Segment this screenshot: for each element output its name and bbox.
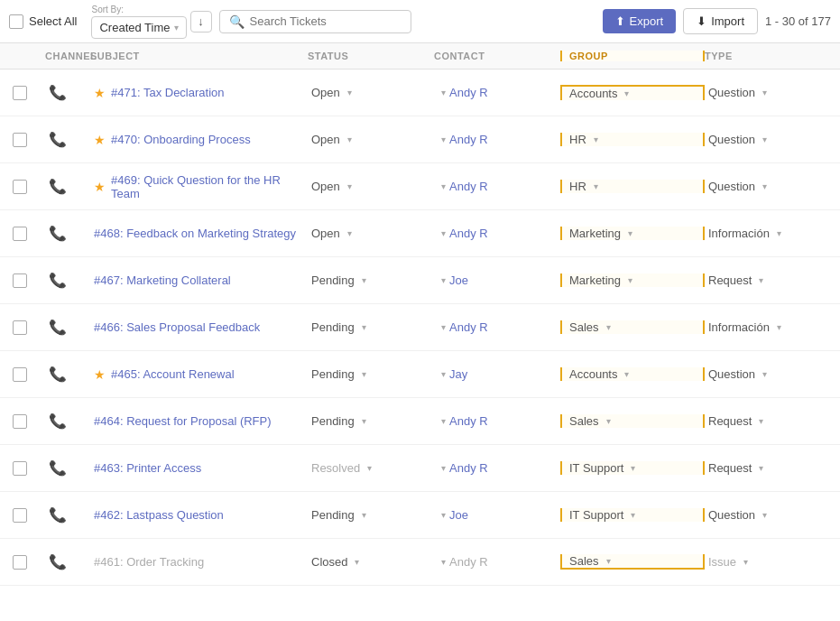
contact-dropdown-arrow[interactable]: ▾ (441, 275, 446, 285)
group-dropdown-arrow[interactable]: ▾ (628, 275, 632, 285)
contact-dropdown-arrow[interactable]: ▾ (441, 228, 446, 238)
star-icon[interactable]: ★ (94, 86, 106, 100)
contact-link[interactable]: Andy R (449, 461, 488, 475)
contact-dropdown-arrow[interactable]: ▾ (441, 88, 446, 97)
table-header: CHANNEL SUBJECT STATUS CONTACT GROUP TYP… (0, 43, 840, 70)
status-dropdown-arrow[interactable]: ▾ (355, 557, 359, 567)
contact-link[interactable]: Jay (449, 367, 467, 381)
type-dropdown-arrow[interactable]: ▾ (759, 416, 763, 426)
ticket-link[interactable]: #466: Sales Proposal Feedback (94, 320, 260, 334)
group-dropdown-arrow[interactable]: ▾ (628, 228, 632, 238)
sort-option-label: Created Time (99, 21, 170, 34)
status-dropdown-arrow[interactable]: ▾ (367, 463, 372, 473)
group-dropdown-arrow[interactable]: ▾ (631, 510, 635, 520)
ticket-link[interactable]: #465: Account Renewal (111, 367, 235, 381)
contact-dropdown-arrow[interactable]: ▾ (441, 369, 446, 379)
type-dropdown-arrow[interactable]: ▾ (743, 557, 748, 567)
type-dropdown-arrow[interactable]: ▾ (777, 322, 781, 332)
status-dropdown-arrow[interactable]: ▾ (347, 181, 352, 191)
ticket-link[interactable]: #467: Marketing Collateral (94, 273, 231, 287)
status-dropdown-arrow[interactable]: ▾ (362, 322, 366, 332)
ticket-link[interactable]: #463: Printer Access (94, 461, 201, 475)
type-dropdown-arrow[interactable]: ▾ (762, 88, 767, 97)
row-checkbox[interactable] (13, 273, 27, 288)
status-dropdown-arrow[interactable]: ▾ (347, 134, 352, 144)
row-checkbox[interactable] (13, 320, 27, 335)
search-area[interactable]: 🔍 (219, 10, 411, 33)
contact-link[interactable]: Andy R (449, 227, 488, 240)
type-dropdown-arrow[interactable]: ▾ (762, 369, 767, 379)
status-dropdown-arrow[interactable]: ▾ (347, 228, 352, 238)
type-text: Question (708, 367, 755, 381)
import-button[interactable]: ⬇ Import (683, 8, 758, 34)
contact-link[interactable]: Joe (449, 508, 468, 522)
status-dropdown-arrow[interactable]: ▾ (347, 88, 352, 97)
row-checkbox[interactable] (13, 414, 27, 429)
contact-dropdown-arrow[interactable]: ▾ (441, 416, 446, 426)
group-dropdown-arrow[interactable]: ▾ (594, 134, 598, 144)
search-input[interactable] (250, 14, 402, 28)
star-icon[interactable]: ★ (94, 133, 106, 147)
contact-dropdown-arrow[interactable]: ▾ (441, 557, 446, 567)
group-dropdown-arrow[interactable]: ▾ (606, 556, 611, 566)
type-dropdown-arrow[interactable]: ▾ (762, 510, 767, 520)
type-dropdown-arrow[interactable]: ▾ (762, 181, 767, 191)
status-dropdown-arrow[interactable]: ▾ (362, 369, 366, 379)
header-status: STATUS (308, 51, 434, 61)
type-dropdown-arrow[interactable]: ▾ (777, 228, 781, 238)
group-dropdown-arrow[interactable]: ▾ (606, 416, 611, 426)
group-dropdown-arrow[interactable]: ▾ (606, 322, 611, 332)
select-all-area[interactable]: Select All (9, 14, 77, 29)
row-checkbox[interactable] (13, 227, 27, 241)
contact-link[interactable]: Andy R (449, 180, 488, 193)
status-dropdown-arrow[interactable]: ▾ (362, 275, 366, 285)
contact-link[interactable]: Andy R (449, 414, 488, 428)
contact-dropdown-arrow[interactable]: ▾ (441, 510, 446, 520)
contact-link[interactable]: Andy R (449, 86, 488, 99)
status-dropdown-arrow[interactable]: ▾ (362, 510, 366, 520)
header-channel: CHANNEL (45, 51, 90, 61)
row-checkbox[interactable] (13, 86, 27, 100)
ticket-link[interactable]: #462: Lastpass Question (94, 508, 224, 522)
ticket-link[interactable]: #469: Quick Question for the HR Team (111, 173, 304, 200)
group-text: Marketing (569, 227, 621, 240)
row-checkbox[interactable] (13, 180, 27, 194)
ticket-link[interactable]: #471: Tax Declaration (111, 86, 225, 99)
export-button[interactable]: ⬆ Export (603, 9, 677, 33)
contact-link[interactable]: Andy R (449, 555, 488, 569)
sort-select[interactable]: Created Time ▾ (91, 16, 186, 39)
contact-dropdown-arrow[interactable]: ▾ (441, 322, 446, 332)
group-dropdown-arrow[interactable]: ▾ (631, 463, 635, 473)
row-checkbox[interactable] (13, 133, 27, 147)
row-checkbox[interactable] (13, 461, 27, 476)
sort-desc-button[interactable]: ↓ (190, 11, 212, 32)
group-dropdown-arrow[interactable]: ▾ (624, 88, 629, 98)
ticket-link[interactable]: #464: Request for Proposal (RFP) (94, 414, 272, 428)
row-checkbox[interactable] (13, 508, 27, 523)
group-dropdown-arrow[interactable]: ▾ (624, 369, 629, 379)
pagination-text: 1 - 30 of 177 (765, 14, 831, 28)
contact-link[interactable]: Andy R (449, 133, 488, 146)
header-checkbox-col (9, 51, 45, 61)
ticket-link[interactable]: #470: Onboarding Process (111, 133, 251, 146)
select-all-checkbox[interactable] (9, 14, 23, 29)
contact-dropdown-arrow[interactable]: ▾ (441, 463, 446, 473)
type-dropdown-arrow[interactable]: ▾ (762, 134, 767, 144)
row-checkbox[interactable] (13, 367, 27, 382)
ticket-link[interactable]: #468: Feedback on Marketing Strategy (94, 227, 296, 240)
sort-dropdown-arrow[interactable]: ▾ (174, 23, 179, 32)
row-checkbox[interactable] (13, 555, 27, 570)
contact-dropdown-arrow[interactable]: ▾ (441, 181, 446, 191)
contact-link[interactable]: Andy R (449, 320, 488, 334)
type-dropdown-arrow[interactable]: ▾ (759, 463, 763, 473)
group-dropdown-arrow[interactable]: ▾ (594, 181, 598, 191)
contact-dropdown-arrow[interactable]: ▾ (441, 134, 446, 144)
star-icon[interactable]: ★ (94, 180, 106, 194)
type-text: Question (708, 508, 755, 522)
status-dropdown-arrow[interactable]: ▾ (362, 416, 366, 426)
search-icon: 🔍 (229, 14, 245, 29)
group-text: Accounts (569, 87, 617, 100)
type-dropdown-arrow[interactable]: ▾ (759, 275, 763, 285)
contact-link[interactable]: Joe (449, 273, 468, 287)
star-icon[interactable]: ★ (94, 367, 106, 382)
